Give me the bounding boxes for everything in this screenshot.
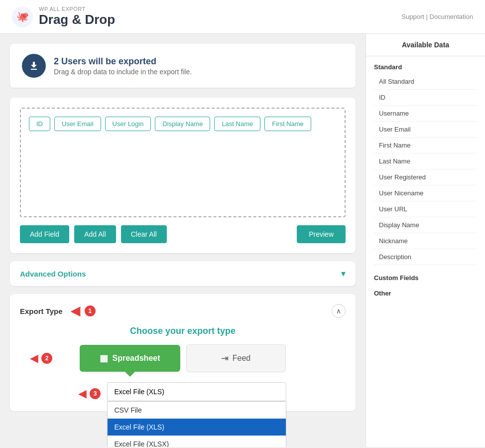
documentation-link[interactable]: Documentation xyxy=(430,13,473,20)
arrow-right-1: ◀ xyxy=(71,304,80,318)
item-display-name[interactable]: Display Name xyxy=(374,217,477,233)
dropdown-wrapper: CSV File Excel File (XLS) Excel File (XL… xyxy=(107,382,286,401)
spreadsheet-button[interactable]: ▦ Spreadsheet xyxy=(80,345,180,372)
item-user-email[interactable]: User Email xyxy=(374,122,477,138)
export-count: 2 xyxy=(54,56,59,66)
add-field-button[interactable]: Add Field xyxy=(20,225,69,243)
field-tags-row: ID User Email User Login Display Name La… xyxy=(29,117,337,131)
advanced-options-section[interactable]: Advanced Options ▾ xyxy=(10,261,356,286)
step2-indicator: ◀ 2 xyxy=(30,352,52,365)
drag-drop-buttons: Add Field Add All Clear All Preview xyxy=(20,225,346,243)
feed-button[interactable]: ⇥ Feed xyxy=(186,344,286,372)
arrow-right-2: ◀ xyxy=(30,352,38,365)
drag-drop-card: ID User Email User Login Display Name La… xyxy=(10,98,356,253)
export-type-card: Export Type ◀ 1 ∧ Choose your export typ… xyxy=(10,294,356,411)
spreadsheet-label: Spreadsheet xyxy=(112,354,160,363)
item-user-url[interactable]: User URL xyxy=(374,201,477,217)
standard-label: Standard xyxy=(374,63,477,71)
dropdown-item-csv[interactable]: CSV File xyxy=(108,402,286,419)
field-tag-id[interactable]: ID xyxy=(29,117,50,131)
custom-fields-label: Custom Fields xyxy=(366,270,485,284)
export-text: Users will be exported xyxy=(61,56,156,66)
preview-button[interactable]: Preview xyxy=(297,225,346,243)
header-left: 🐙 WP ALL EXPORT Drag & Drop xyxy=(12,6,115,27)
banner-count-text: 2 Users will be exported xyxy=(54,56,192,67)
export-format-select[interactable]: CSV File Excel File (XLS) Excel File (XL… xyxy=(107,382,286,401)
item-last-name[interactable]: Last Name xyxy=(374,153,477,169)
field-tag-last-name[interactable]: Last Name xyxy=(214,117,260,131)
left-panel: 2 Users will be exported Drag & drop dat… xyxy=(0,34,365,447)
export-format-dropdown-area: CSV File Excel File (XLS) Excel File (XL… xyxy=(107,382,286,401)
step-1-badge: 1 xyxy=(85,305,96,316)
other-label: Other xyxy=(366,286,485,299)
feed-label: Feed xyxy=(233,354,250,363)
brand-big: Drag & Drop xyxy=(39,12,115,27)
item-user-registered[interactable]: User Registered xyxy=(374,169,477,185)
download-icon xyxy=(28,60,40,72)
svg-text:🐙: 🐙 xyxy=(16,10,29,22)
field-tag-first-name[interactable]: First Name xyxy=(264,117,311,131)
item-all-standard[interactable]: All Standard xyxy=(374,74,477,90)
export-type-header: Export Type ◀ 1 ∧ xyxy=(20,304,346,318)
step-2-badge: 2 xyxy=(41,353,52,364)
advanced-options-label: Advanced Options xyxy=(20,270,86,278)
banner-text: 2 Users will be exported Drag & drop dat… xyxy=(54,56,192,76)
arrow-right-3: ◀ xyxy=(78,387,87,400)
field-tag-user-email[interactable]: User Email xyxy=(54,117,101,131)
add-all-button[interactable]: Add All xyxy=(74,225,116,243)
item-user-nicename[interactable]: User Nicename xyxy=(374,185,477,201)
standard-section: Standard All Standard ID Username User E… xyxy=(366,56,485,270)
field-tag-user-login[interactable]: User Login xyxy=(105,117,151,131)
collapse-export-type-button[interactable]: ∧ xyxy=(332,304,346,318)
item-first-name[interactable]: First Name xyxy=(374,138,477,153)
step-3-badge: 3 xyxy=(90,388,101,399)
export-type-text: Export Type xyxy=(20,307,63,315)
header: 🐙 WP ALL EXPORT Drag & Drop Support | Do… xyxy=(0,0,485,34)
advanced-options-chevron: ▾ xyxy=(341,268,346,279)
logo-icon: 🐙 xyxy=(12,6,33,27)
step3-indicator: ◀ 3 xyxy=(78,387,101,400)
clear-all-button[interactable]: Clear All xyxy=(121,225,167,243)
dropdown-item-xlsx[interactable]: Excel File (XLSX) xyxy=(108,436,286,447)
header-title-block: WP ALL EXPORT Drag & Drop xyxy=(39,6,115,27)
field-tag-display-name[interactable]: Display Name xyxy=(155,117,210,131)
right-panel: Available Data Standard All Standard ID … xyxy=(365,34,485,447)
export-format-dropdown-menu: CSV File Excel File (XLS) Excel File (XL… xyxy=(107,401,286,447)
available-data-title: Available Data xyxy=(366,34,485,56)
link-separator: | xyxy=(426,13,428,20)
feed-icon: ⇥ xyxy=(221,353,229,364)
drag-drop-area[interactable]: ID User Email User Login Display Name La… xyxy=(20,108,346,217)
item-username[interactable]: Username xyxy=(374,106,477,122)
item-nickname[interactable]: Nickname xyxy=(374,233,477,249)
banner-subtitle: Drag & drop data to include in the expor… xyxy=(54,68,192,76)
choose-export-title: Choose your export type xyxy=(20,326,346,336)
item-description[interactable]: Description xyxy=(374,249,477,265)
header-links: Support | Documentation xyxy=(401,13,473,20)
main-layout: 2 Users will be exported Drag & drop dat… xyxy=(0,34,485,447)
support-link[interactable]: Support xyxy=(401,13,424,20)
brand-small: WP ALL EXPORT xyxy=(39,6,115,12)
dropdown-item-xls[interactable]: Excel File (XLS) xyxy=(108,419,286,436)
spreadsheet-icon: ▦ xyxy=(100,353,108,364)
export-type-label-row: Export Type ◀ 1 xyxy=(20,304,96,318)
export-banner: 2 Users will be exported Drag & drop dat… xyxy=(10,44,356,88)
banner-icon xyxy=(22,54,46,78)
item-id[interactable]: ID xyxy=(374,90,477,106)
